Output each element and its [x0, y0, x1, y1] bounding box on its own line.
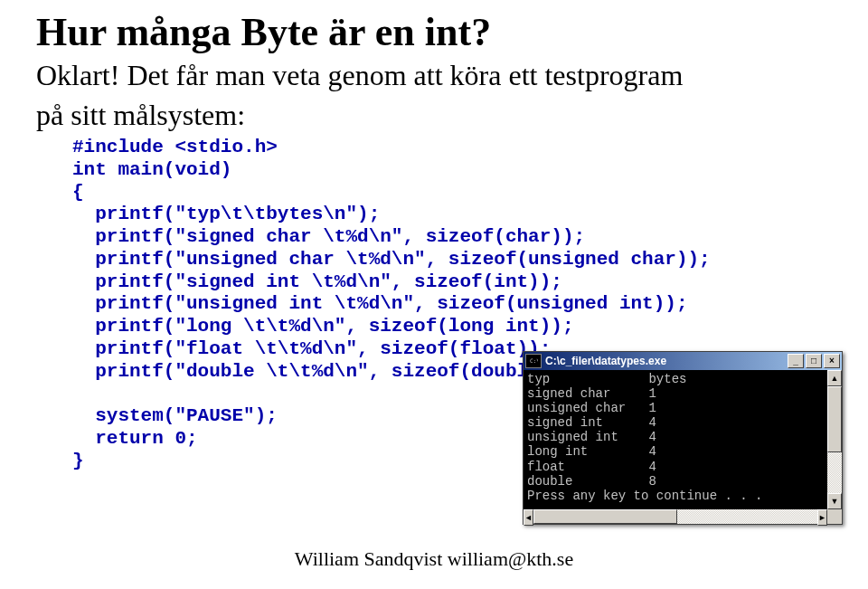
minimize-button[interactable]: _	[788, 354, 804, 368]
page-title: Hur många Byte är en int?	[36, 9, 832, 55]
maximize-button[interactable]: □	[806, 354, 822, 368]
scroll-left-button[interactable]: ◄	[524, 509, 533, 526]
intro-line-1: Oklart! Det får man veta genom att köra …	[36, 57, 832, 93]
scroll-down-button[interactable]: ▼	[827, 493, 842, 509]
footer: William Sandqvist william@kth.se	[0, 547, 868, 571]
horizontal-scroll-thumb[interactable]	[533, 509, 677, 524]
vertical-scroll-track[interactable]	[827, 386, 842, 493]
console-app-icon: C:\	[525, 354, 542, 368]
console-titlebar[interactable]: C:\ C:\c_filer\datatypes.exe _ □ ×	[524, 352, 842, 370]
vertical-scroll-thumb[interactable]	[827, 386, 842, 452]
svg-text:C:\: C:\	[530, 357, 538, 364]
console-output: typ bytes signed char 1 unsigned char 1 …	[524, 370, 827, 509]
console-title: C:\c_filer\datatypes.exe	[545, 355, 786, 367]
horizontal-scroll-track[interactable]	[533, 509, 817, 524]
vertical-scrollbar[interactable]: ▲ ▼	[827, 370, 842, 509]
close-button[interactable]: ×	[824, 354, 840, 368]
scrollbar-corner	[827, 509, 842, 524]
intro-line-2: på sitt målsystem:	[36, 97, 832, 133]
horizontal-scrollbar[interactable]: ◄ ►	[524, 509, 827, 524]
scroll-up-button[interactable]: ▲	[827, 370, 842, 386]
scroll-right-button[interactable]: ►	[817, 509, 827, 526]
console-window: C:\ C:\c_filer\datatypes.exe _ □ × typ b…	[523, 351, 843, 525]
